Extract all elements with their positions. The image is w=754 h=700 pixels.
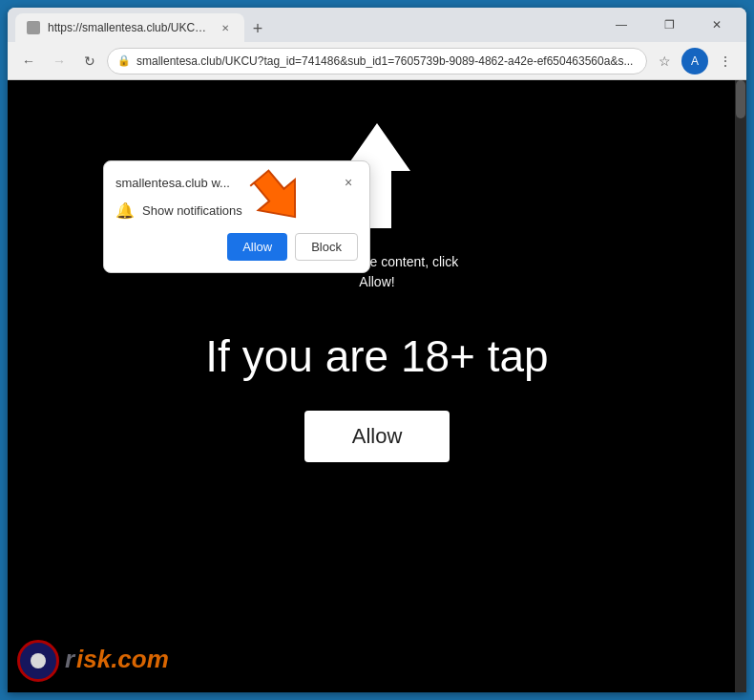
tab-area: https://smallentesa.club/UKCU?t... ✕ + [15,8,596,42]
scrollbar[interactable] [735,80,746,692]
allow-button-large[interactable]: Allow [304,411,450,462]
watermark-ball-inner [31,653,46,668]
browser-window: https://smallentesa.club/UKCU?t... ✕ + —… [8,8,746,692]
maximize-button[interactable]: ❐ [647,8,691,42]
watermark-logo [17,640,59,682]
svg-text:r: r [65,645,76,673]
popup-notification-text: Show notifications [142,203,242,218]
new-tab-button[interactable]: + [244,15,271,42]
refresh-button[interactable]: ↻ [76,48,103,74]
tab-label: https://smallentesa.club/UKCU?t... [48,21,210,34]
watermark: r isk.com [17,639,199,683]
active-tab[interactable]: https://smallentesa.club/UKCU?t... ✕ [15,13,244,42]
watermark-text: r isk.com [65,639,199,683]
address-bar[interactable]: 🔒 smallentesa.club/UKCU?tag_id=741486&su… [107,48,647,74]
page-large-text: If you are 18+ tap [205,330,548,382]
popup-block-button[interactable]: Block [295,233,358,261]
forward-button[interactable]: → [46,48,73,74]
url-text: smallentesa.club/UKCU?tag_id=741486&sub_… [136,54,637,68]
back-button[interactable]: ← [15,48,42,74]
close-button[interactable]: ✕ [695,8,739,42]
popup-site-name: smallentesa.club w... [115,176,339,190]
notification-popup: smallentesa.club w... × 🔔 Show notificat… [103,160,370,273]
lock-icon: 🔒 [117,54,131,67]
navigation-bar: ← → ↻ 🔒 smallentesa.club/UKCU?tag_id=741… [8,42,746,80]
title-bar: https://smallentesa.club/UKCU?t... ✕ + —… [8,8,746,42]
popup-close-button[interactable]: × [339,173,358,192]
page-content: To access the content, click Allow! If y… [8,80,746,692]
window-controls: — ❐ ✕ [599,8,739,42]
popup-header: smallentesa.club w... × [115,173,358,192]
tab-close-button[interactable]: ✕ [218,20,233,35]
popup-allow-button[interactable]: Allow [227,233,287,261]
bell-icon: 🔔 [115,202,135,220]
popup-buttons: Allow Block [115,233,358,261]
profile-button[interactable]: A [681,48,708,74]
svg-text:isk.com: isk.com [76,645,169,673]
bookmark-button[interactable]: ☆ [651,48,678,74]
menu-button[interactable]: ⋮ [712,48,739,74]
minimize-button[interactable]: — [599,8,643,42]
popup-notification-row: 🔔 Show notifications [115,202,358,220]
scrollbar-thumb[interactable] [736,80,745,118]
tab-favicon [27,21,40,34]
